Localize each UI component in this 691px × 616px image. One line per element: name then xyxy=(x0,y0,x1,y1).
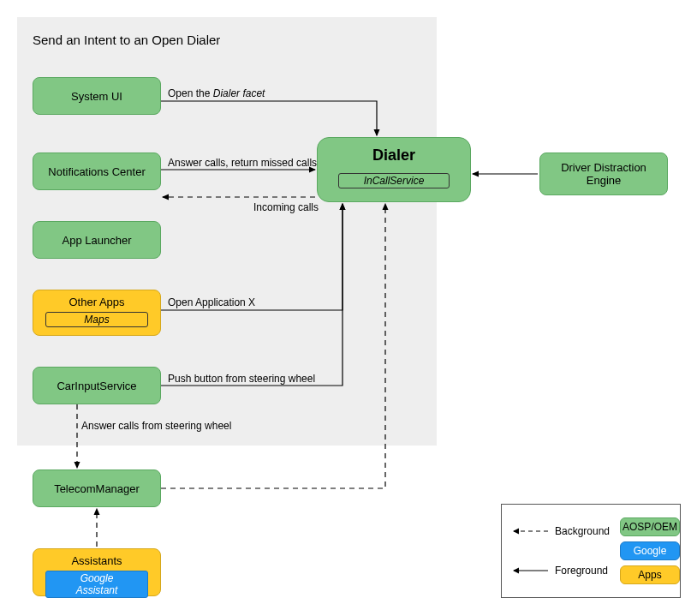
dialer-sub: InCallService xyxy=(338,173,450,188)
legend-chip-apps: Apps xyxy=(620,565,680,584)
node-assistants: Assistants Google Assistant xyxy=(33,548,161,596)
node-driver-distraction-engine: Driver Distraction Engine xyxy=(539,153,668,195)
notifications-label: Notifications Center xyxy=(48,165,145,178)
edge-open-facet-em: Dialer facet xyxy=(213,87,265,99)
node-app-launcher: App Launcher xyxy=(33,221,161,259)
edge-push-button: Push button from steering wheel xyxy=(168,373,315,385)
legend-foreground-row: Foreground xyxy=(510,565,610,577)
edge-answer-steering: Answer calls from steering wheel xyxy=(81,420,231,432)
assistants-label: Assistants xyxy=(71,554,122,567)
node-notifications-center: Notifications Center xyxy=(33,153,161,190)
legend-chip-google: Google xyxy=(620,541,680,560)
edge-open-app-x: Open Application X xyxy=(168,296,255,308)
legend-background-label: Background xyxy=(555,525,610,537)
node-other-apps: Other Apps Maps xyxy=(33,290,161,336)
telecom-label: TelecomManager xyxy=(54,482,140,495)
edge-incoming: Incoming calls xyxy=(253,201,319,213)
assistants-sub: Google Assistant xyxy=(45,571,148,598)
car-input-label: CarInputService xyxy=(57,380,136,392)
legend: Background Foreground AOSP/OEM Google Ap… xyxy=(501,504,681,598)
edge-open-facet-pre: Open the xyxy=(168,87,213,99)
node-telecom-manager: TelecomManager xyxy=(33,469,161,507)
edge-answer-missed: Answer calls, return missed calls xyxy=(168,157,317,169)
legend-foreground-label: Foreground xyxy=(555,565,608,577)
dialer-label: Dialer xyxy=(372,147,415,164)
node-car-input-service: CarInputService xyxy=(33,367,161,404)
other-apps-label: Other Apps xyxy=(69,296,124,308)
edge-open-facet: Open the Dialer facet xyxy=(168,87,265,99)
legend-background-row: Background xyxy=(510,525,610,537)
legend-solid-arrow-icon xyxy=(510,565,550,576)
node-dialer: Dialer InCallService xyxy=(317,137,471,202)
other-apps-sub: Maps xyxy=(45,312,148,327)
legend-dashed-arrow-icon xyxy=(510,526,550,536)
system-ui-label: System UI xyxy=(71,90,122,103)
container-title: Send an Intent to an Open Dialer xyxy=(33,33,220,47)
dde-label: Driver Distraction Engine xyxy=(544,161,664,187)
node-system-ui: System UI xyxy=(33,77,161,115)
legend-chip-aosp: AOSP/OEM xyxy=(620,517,680,536)
app-launcher-label: App Launcher xyxy=(63,234,132,247)
